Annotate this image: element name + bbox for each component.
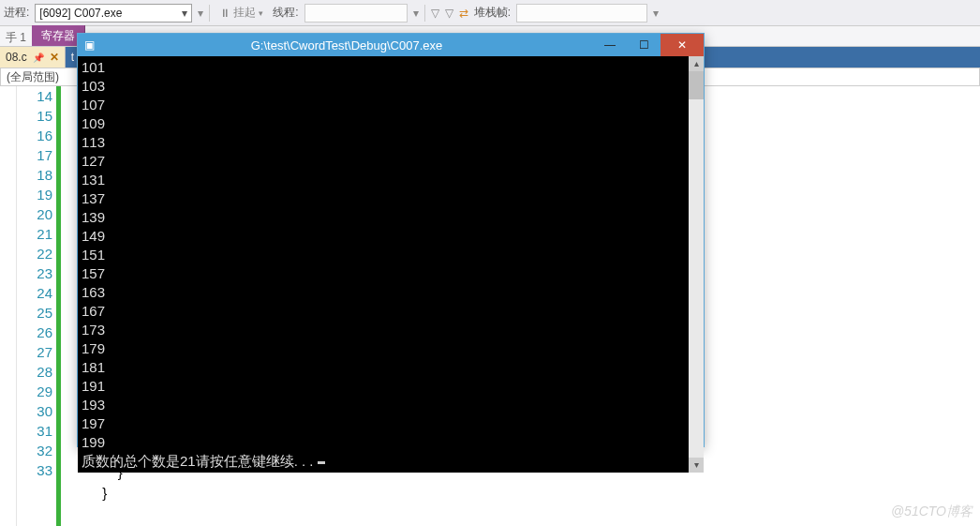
swap-icon[interactable]: ⇄ [459,7,468,20]
suspend-button[interactable]: ⏸ 挂起 ▾ [215,3,267,23]
out-line: 101 [82,59,105,75]
out-line: 131 [82,172,105,188]
line-number: 19 [17,185,52,204]
line-number: 17 [17,145,52,165]
out-line: 163 [82,284,105,300]
toolbar-icon[interactable]: ▽ [445,7,453,20]
chevron-down-icon: ▾ [182,7,187,20]
line-number: 14 [17,86,52,106]
cursor-icon [318,461,325,464]
out-line: 179 [82,340,105,356]
scroll-up-icon[interactable]: ▴ [689,56,704,71]
line-number: 33 [17,460,52,480]
app-icon: ▣ [78,38,100,52]
out-line: 113 [82,134,105,150]
threads-combo[interactable] [304,4,408,23]
process-value: [6092] C007.exe [39,7,122,20]
out-line: 197 [82,415,105,431]
console-output[interactable]: 101 103 107 109 113 127 131 137 139 149 … [78,56,704,473]
out-line: 199 [82,434,105,450]
separator [209,5,210,22]
threads-label: 线程: [273,5,298,21]
line-number: 27 [17,342,52,362]
line-number: 20 [17,204,52,224]
out-line: 181 [82,359,105,375]
prefix-label: 手 1 [0,30,32,46]
line-number: 23 [17,263,52,283]
close-icon[interactable]: ✕ [50,51,59,64]
out-line: 157 [82,265,105,281]
out-line: 173 [82,322,105,338]
toolbar-dropdown-icon[interactable]: ▾ [198,7,203,20]
close-button[interactable]: ✕ [661,34,704,56]
line-number: 22 [17,244,52,263]
chevron-down-icon: ▾ [259,8,263,18]
line-number: 30 [17,401,52,421]
out-summary: 质数的总个数是21请按任意键继续. . . [82,453,318,469]
line-number: 28 [17,362,52,382]
process-label: 进程: [4,5,29,21]
breakpoint-gutter[interactable] [0,86,17,526]
process-select[interactable]: [6092] C007.exe ▾ [35,4,192,23]
console-window: ▣ G:\test\CwordTest\Debug\C007.exe — ☐ ✕… [77,33,705,447]
scroll-down-icon[interactable]: ▾ [689,458,704,473]
stack-label: 堆栈帧: [474,5,511,21]
scroll-thumb[interactable] [689,71,704,99]
separator [424,5,425,22]
minimize-button[interactable]: — [593,34,627,56]
line-number: 18 [17,165,52,185]
toolbar-icon[interactable]: ▽ [431,7,439,20]
out-line: 109 [82,115,105,131]
line-number: 32 [17,441,52,460]
console-body: 101 103 107 109 113 127 131 137 139 149 … [78,56,704,473]
pin-icon[interactable]: 📌 [33,53,44,63]
watermark: @51CTO博客 [891,503,973,520]
line-number: 31 [17,421,52,441]
pause-icon: ⏸ [219,7,230,20]
console-titlebar[interactable]: ▣ G:\test\CwordTest\Debug\C007.exe — ☐ ✕ [78,34,704,56]
line-number: 25 [17,303,52,323]
chevron-down-icon[interactable]: ▾ [653,7,659,20]
line-number-gutter: 14 15 16 17 18 19 20 21 22 23 24 25 26 2… [17,86,56,526]
code-line: } [75,485,107,501]
out-line: 193 [82,397,105,413]
maximize-button[interactable]: ☐ [627,34,661,56]
out-line: 127 [82,153,105,169]
out-line: 151 [82,247,105,263]
scrollbar[interactable] [689,56,704,473]
line-number: 21 [17,224,52,244]
out-line: 137 [82,190,105,206]
ide-toolbar: 进程: [6092] C007.exe ▾ ▾ ⏸ 挂起 ▾ 线程: ▾ ▽ ▽… [0,0,980,26]
out-line: 139 [82,209,105,225]
out-line: 167 [82,303,105,319]
stack-combo[interactable] [516,4,647,23]
file-tab-label: 08.c [6,51,27,64]
chevron-down-icon[interactable]: ▾ [413,7,419,20]
line-number: 29 [17,382,52,401]
out-line: 191 [82,378,105,394]
line-number: 15 [17,106,52,126]
line-number: 24 [17,283,52,303]
change-indicator [56,86,61,526]
file-tab-active[interactable]: 08.c 📌 ✕ [0,47,66,68]
out-line: 149 [82,228,105,244]
out-line: 107 [82,97,105,113]
line-number: 26 [17,323,52,342]
line-number: 16 [17,126,52,145]
out-line: 103 [82,78,105,94]
console-title: G:\test\CwordTest\Debug\C007.exe [100,38,593,53]
